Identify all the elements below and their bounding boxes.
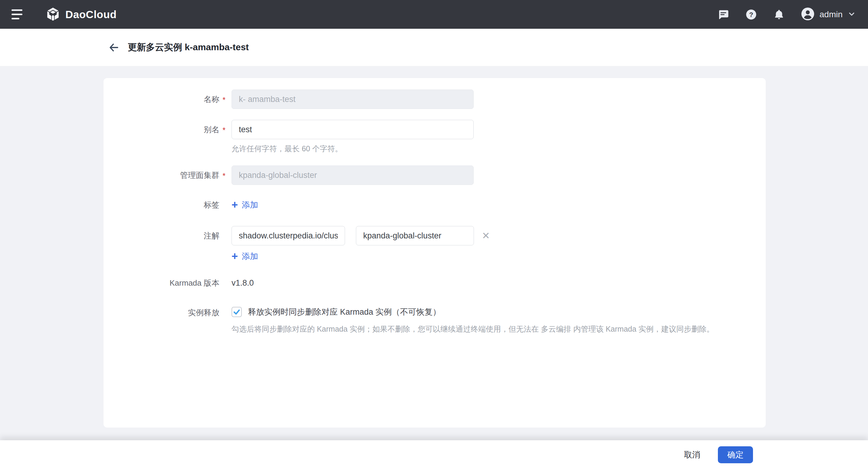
form-row-annotations: 注解 ✕ + 添加 [103, 226, 766, 263]
svg-text:?: ? [749, 10, 753, 18]
chevron-down-icon [847, 10, 856, 19]
name-label: 名称 * [103, 93, 219, 105]
release-label: 实例释放 [103, 307, 219, 319]
message-icon[interactable] [717, 8, 730, 21]
required-mark: * [222, 170, 225, 182]
plus-icon: + [231, 199, 238, 210]
version-label: Karmada 版本 [103, 277, 219, 289]
appbar-actions: ? admin [717, 7, 856, 22]
help-icon[interactable]: ? [745, 8, 757, 21]
cluster-label: 管理面集群 * [103, 169, 219, 181]
form-row-labels: 标签 + 添加 [103, 198, 766, 212]
confirm-button[interactable]: 确定 [718, 446, 753, 463]
form-card: 名称 * 别名 * 允许任何字符，最长 60 个字符。 管理面集群 * [103, 78, 766, 428]
annotation-value-input[interactable] [356, 226, 474, 245]
name-input [231, 90, 474, 109]
menu-icon[interactable] [11, 7, 25, 22]
form-row-alias: 别名 * 允许任何字符，最长 60 个字符。 [103, 120, 766, 153]
username: admin [819, 10, 843, 19]
release-checkbox[interactable] [231, 307, 242, 317]
release-help-text: 勾选后将同步删除对应的 Karmada 实例；如果不删除，您可以继续通过终端使用… [231, 324, 714, 334]
form-row-release: 实例释放 释放实例时同步删除对应 Karmada 实例（不可恢复） 勾选后将同步… [103, 307, 766, 334]
karmada-version-value: v1.8.0 [231, 278, 254, 287]
cluster-input [231, 165, 474, 185]
remove-annotation-icon[interactable]: ✕ [482, 231, 490, 241]
release-checkbox-label: 释放实例时同步删除对应 Karmada 实例（不可恢复） [248, 307, 441, 317]
annotations-label: 注解 [103, 230, 219, 242]
cancel-button[interactable]: 取消 [684, 449, 700, 460]
form-row-cluster: 管理面集群 * [103, 165, 766, 185]
app-bar: DaoCloud ? [0, 0, 868, 29]
brand-logo[interactable]: DaoCloud [46, 7, 117, 22]
content-area: 名称 * 别名 * 允许任何字符，最长 60 个字符。 管理面集群 * [0, 66, 868, 440]
avatar [801, 7, 815, 22]
daocloud-cube-icon [46, 7, 60, 22]
user-menu[interactable]: admin [801, 7, 856, 22]
form-row-version: Karmada 版本 v1.8.0 [103, 277, 766, 289]
notification-bell-icon[interactable] [773, 8, 785, 21]
annotation-key-input[interactable] [231, 226, 345, 245]
required-mark: * [222, 94, 225, 106]
alias-input[interactable] [231, 120, 474, 139]
brand-name: DaoCloud [65, 8, 117, 21]
add-annotation-button[interactable]: + 添加 [231, 250, 258, 263]
alias-help-text: 允许任何字符，最长 60 个字符。 [231, 144, 474, 153]
required-mark: * [222, 124, 225, 136]
back-arrow-icon[interactable] [108, 41, 120, 54]
page-title: 更新多云实例 k-amamba-test [128, 41, 249, 54]
action-footer: 取消 确定 [0, 440, 868, 469]
labels-label: 标签 [103, 199, 219, 211]
alias-label: 别名 * [103, 123, 219, 135]
page-title-bar: 更新多云实例 k-amamba-test [0, 29, 868, 66]
form-row-name: 名称 * [103, 90, 766, 109]
plus-icon: + [231, 251, 238, 262]
check-icon [233, 308, 241, 316]
add-label-button[interactable]: + 添加 [231, 198, 258, 212]
